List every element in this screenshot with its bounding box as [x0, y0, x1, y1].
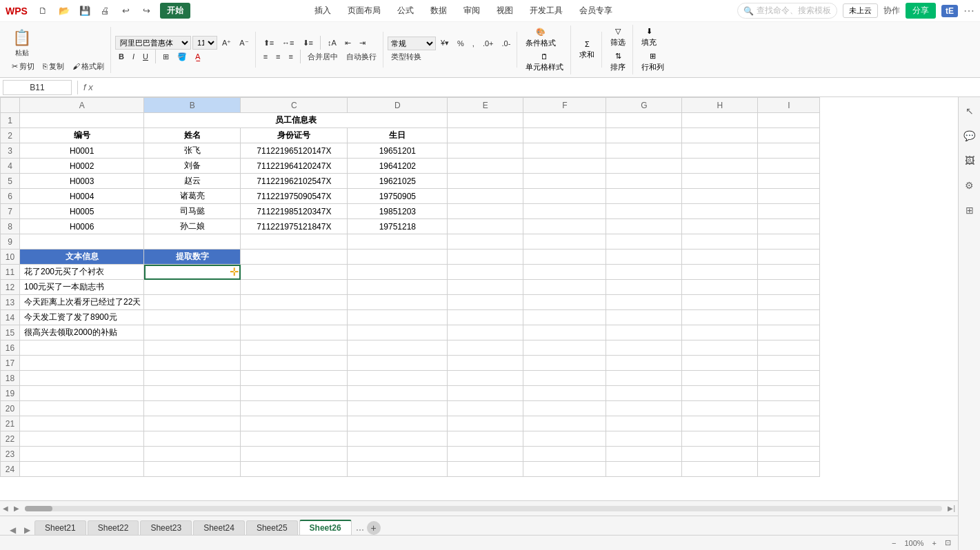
cell-E13[interactable] — [448, 295, 523, 310]
cell-G9[interactable] — [606, 234, 682, 249]
cell-F2[interactable] — [523, 128, 606, 143]
align-left-button[interactable]: ≡ — [260, 51, 271, 62]
cell-A11[interactable]: 花了200元买了个衬衣 — [20, 265, 144, 280]
cell-B3[interactable]: 张飞 — [144, 143, 241, 159]
cell-A3[interactable]: H0001 — [20, 143, 144, 159]
col-header-D[interactable]: D — [348, 98, 448, 113]
cell-C12[interactable] — [241, 280, 348, 295]
cell-H15[interactable] — [682, 325, 758, 340]
cell-I4[interactable] — [758, 159, 820, 174]
cell-I14[interactable] — [758, 310, 820, 325]
col-header-G[interactable]: G — [606, 98, 682, 113]
italic-button[interactable]: I — [129, 51, 138, 62]
increase-font-button[interactable]: A⁺ — [219, 37, 234, 49]
sort-button[interactable]: ⇅ 排序 — [606, 50, 630, 74]
cell-F12[interactable] — [523, 280, 606, 295]
cell-I1[interactable] — [758, 113, 820, 128]
cell-I9[interactable] — [758, 234, 820, 249]
cell-G4[interactable] — [606, 159, 682, 174]
undo-icon[interactable]: ↩ — [119, 3, 134, 19]
sidebar-comment-icon[interactable]: 💬 — [961, 128, 978, 144]
cell-I2[interactable] — [758, 128, 820, 143]
underline-button[interactable]: U — [139, 51, 152, 62]
type-convert-button[interactable]: 类型转换 — [388, 50, 425, 63]
fill-button[interactable]: ⬇ 填充 — [637, 25, 661, 50]
cell-D14[interactable] — [348, 310, 448, 325]
cell-E11[interactable] — [448, 265, 523, 280]
percent-button[interactable]: % — [454, 38, 468, 49]
cell-D5[interactable]: 19621025 — [348, 174, 448, 189]
cell-C2[interactable]: 身份证号 — [241, 128, 348, 143]
col-header-F[interactable]: F — [523, 98, 606, 113]
cell-C13[interactable] — [241, 295, 348, 310]
text-direction-button[interactable]: ↕A — [324, 37, 340, 48]
paste-button[interactable]: 📋 粘贴 — [8, 27, 35, 60]
sheet-tab-Sheet23[interactable]: Sheet23 — [140, 520, 192, 535]
cell-C7[interactable]: 711221985120347X — [241, 204, 348, 219]
cell-E12[interactable] — [448, 280, 523, 295]
cell-D9[interactable] — [348, 234, 448, 249]
sidebar-cursor-icon[interactable]: ↖ — [961, 103, 978, 119]
horizontal-scrollbar[interactable] — [25, 506, 942, 511]
cell-E14[interactable] — [448, 310, 523, 325]
open-file-icon[interactable]: 📂 — [57, 3, 72, 19]
cell-F14[interactable] — [523, 310, 606, 325]
cell-C10[interactable] — [241, 249, 348, 265]
cell-G3[interactable] — [606, 143, 682, 159]
cell-B12[interactable] — [144, 280, 241, 295]
cell-I12[interactable] — [758, 280, 820, 295]
cell-F3[interactable] — [523, 143, 606, 159]
tab-devtools[interactable]: 开发工具 — [523, 2, 570, 19]
cell-B11-active[interactable]: ✛ — [144, 265, 241, 280]
cell-B4[interactable]: 刘备 — [144, 159, 241, 174]
cut-button[interactable]: ✂ 剪切 — [8, 60, 38, 73]
increase-decimal-button[interactable]: .0+ — [479, 38, 497, 49]
scroll-end-icon[interactable]: ▶| — [945, 505, 958, 512]
scroll-left-icon[interactable]: ◀ — [0, 505, 11, 512]
cell-style-button[interactable]: 🗒 单元格样式 — [521, 50, 568, 74]
cell-H11[interactable] — [682, 265, 758, 280]
bold-button[interactable]: B — [115, 51, 128, 62]
cell-H7[interactable] — [682, 204, 758, 219]
cell-A13[interactable]: 今天距离上次看牙已经过了22天 — [20, 295, 144, 310]
tab-insert[interactable]: 插入 — [308, 2, 338, 19]
col-header-A[interactable]: A — [20, 98, 144, 113]
font-color-button[interactable]: A̲ — [192, 51, 204, 63]
font-name-select[interactable]: 阿里巴巴普惠体 — [115, 36, 191, 50]
cell-B14[interactable] — [144, 310, 241, 325]
cell-H14[interactable] — [682, 310, 758, 325]
conditional-format-button[interactable]: 🎨 条件格式 — [521, 26, 560, 50]
cell-I11[interactable] — [758, 265, 820, 280]
increase-indent-button[interactable]: ⇥ — [356, 37, 369, 49]
cell-A14[interactable]: 今天发工资了发了8900元 — [20, 310, 144, 325]
more-icon[interactable]: ⋯ — [963, 4, 974, 17]
zoom-in-icon[interactable]: + — [932, 539, 937, 547]
cell-D7[interactable]: 19851203 — [348, 204, 448, 219]
cell-A6[interactable]: H0004 — [20, 189, 144, 204]
cell-C15[interactable] — [241, 325, 348, 340]
decrease-indent-button[interactable]: ⇤ — [341, 37, 354, 49]
cell-D2[interactable]: 生日 — [348, 128, 448, 143]
cell-A10-header[interactable]: 文本信息 — [20, 249, 144, 265]
cloud-button[interactable]: 未上云 — [843, 3, 878, 18]
cell-H4[interactable] — [682, 159, 758, 174]
cell-I8[interactable] — [758, 219, 820, 234]
cell-H1[interactable] — [682, 113, 758, 128]
align-top-button[interactable]: ⬆≡ — [260, 37, 277, 49]
font-size-select[interactable]: 11 — [192, 36, 217, 50]
sheet-tab-Sheet25[interactable]: Sheet25 — [246, 520, 298, 535]
cell-F1[interactable] — [523, 113, 606, 128]
cell-F6[interactable] — [523, 189, 606, 204]
cell-G15[interactable] — [606, 325, 682, 340]
cell-B9[interactable] — [144, 234, 241, 249]
cell-H5[interactable] — [682, 174, 758, 189]
sidebar-image-icon[interactable]: 🖼 — [961, 152, 978, 169]
format-brush-button[interactable]: 🖌 格式刷 — [69, 60, 108, 73]
cell-D15[interactable] — [348, 325, 448, 340]
tab-review[interactable]: 审阅 — [457, 2, 487, 19]
cell-G5[interactable] — [606, 174, 682, 189]
decrease-decimal-button[interactable]: .0- — [499, 38, 514, 49]
cell-H2[interactable] — [682, 128, 758, 143]
sheet-scroll-right-icon[interactable]: ▶ — [20, 525, 34, 535]
sheet-tab-Sheet22[interactable]: Sheet22 — [88, 520, 139, 535]
